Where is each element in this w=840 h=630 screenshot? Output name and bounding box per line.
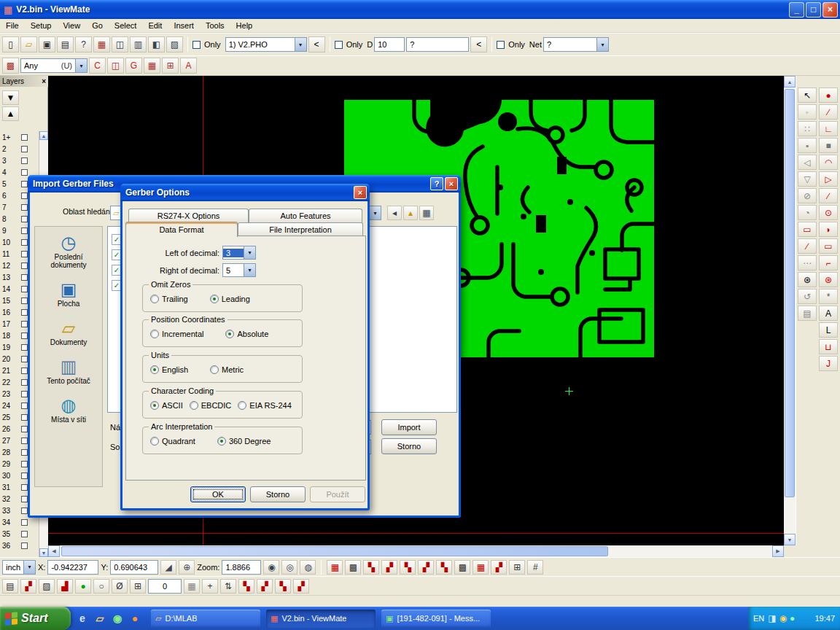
radio-option[interactable]: Metric [210,365,244,374]
layer-color-swatch[interactable] [21,368,28,374]
menu-item[interactable]: File [0,20,25,31]
layer-color-swatch[interactable] [21,496,28,502]
layer-color-swatch[interactable] [21,356,28,362]
thermal-pad-icon[interactable]: ⊛ [819,272,838,287]
net-select-combo[interactable]: ? [543,37,609,52]
table-icon[interactable]: ▤ [798,306,817,321]
layer-color-swatch[interactable] [21,519,28,526]
layer-up-button[interactable]: ▲ [2,106,19,121]
film-pattern-icon[interactable]: ▩ [345,560,361,575]
draw-corner-icon[interactable]: ⌐ [819,255,838,271]
radio-option[interactable]: 360 Degree [217,437,271,446]
selection-filter-combo[interactable]: Any (U) [20,58,88,73]
ok-button[interactable]: OK [190,486,246,502]
previous-file-button[interactable]: < [308,36,325,52]
pattern-icon[interactable]: ▞ [418,560,434,575]
previous-dcode-button[interactable]: < [470,36,487,52]
layer-color-swatch[interactable] [21,321,28,327]
restore-button[interactable]: □ [806,2,821,18]
draw-slant-icon[interactable]: ∕ [819,188,838,203]
overlay-icon[interactable]: ◫ [107,58,124,74]
pattern-icon[interactable]: ▟ [57,579,73,594]
measure-diagonal-icon[interactable]: ◢ [160,560,176,575]
layer-color-swatch[interactable] [21,146,28,152]
ie-icon[interactable]: e [75,611,90,626]
radio-option[interactable]: Quadrant [150,437,195,446]
dialog-close-button[interactable]: × [354,186,367,199]
menu-item[interactable]: Insert [168,20,200,31]
pattern-icon[interactable]: ▚ [275,579,291,594]
cancel-button[interactable]: Storno [381,438,437,454]
volume-tray-icon[interactable]: ◉ [779,613,787,623]
layer-color-swatch[interactable] [21,379,28,386]
pattern-icon[interactable]: ▞ [381,560,397,575]
star-tool-icon[interactable]: ⊛ [798,272,817,287]
layer-color-swatch[interactable] [21,181,28,187]
language-indicator[interactable]: EN [753,614,764,623]
dropdown-arrow-icon[interactable] [596,38,608,51]
layer-color-swatch[interactable] [21,228,28,234]
place-desktop[interactable]: ▣ Plocha [36,278,101,311]
place-recent-documents[interactable]: ◷ Poslední dokumenty [36,231,101,272]
only-file-checkbox[interactable] [192,41,201,49]
layer-color-swatch[interactable] [21,344,28,351]
group-icon[interactable]: G [125,58,142,74]
place-documents[interactable]: ▱ Dokumenty [36,316,101,349]
filled-rect-icon[interactable]: ■ [819,138,838,153]
radio-option[interactable]: Leading [210,295,250,303]
layer-compare-icon[interactable]: ◧ [148,36,165,52]
film-settings-icon[interactable]: ▥ [130,36,147,52]
menu-item[interactable]: Setup [25,20,58,31]
left-of-decimal-combo[interactable]: 3 [222,246,256,260]
layer-color-swatch[interactable] [21,216,28,222]
context-help-icon[interactable]: ? [75,36,92,52]
draw-line-icon[interactable]: ∕ [819,104,838,120]
matrix-icon[interactable]: ⊞ [162,58,179,74]
aperture-table-icon[interactable]: ◫ [112,36,128,52]
new-file-icon[interactable]: ▯ [2,36,19,52]
layer-row[interactable]: 35 [0,528,39,540]
layer-color-swatch[interactable] [21,531,28,537]
layer-l-icon[interactable]: L [819,322,838,338]
layer-color-swatch[interactable] [21,298,28,304]
layer-color-swatch[interactable] [21,274,28,281]
menu-item[interactable]: Help [230,20,259,31]
scroll-left-icon[interactable]: ◀ [48,545,60,557]
layer-color-swatch[interactable] [21,472,28,479]
menu-item[interactable]: Edit [142,20,168,31]
view-menu-icon[interactable]: ▦ [419,206,434,220]
tab-rs274x-options[interactable]: RS274-X Options [128,209,249,222]
scroll-down-icon[interactable]: ▼ [784,534,796,545]
scroll-right-icon[interactable]: ▶ [772,545,784,557]
line-45-icon[interactable]: ∕ [798,238,817,254]
print-icon[interactable]: ▤ [57,36,74,52]
layer-color-swatch[interactable] [21,286,28,292]
radio-option[interactable]: EIA RS-244 [238,401,291,410]
horizontal-scroll-thumb[interactable] [61,546,608,556]
layer-color-swatch[interactable] [21,204,28,211]
draw-pad-icon[interactable]: ● [819,88,838,103]
pattern-icon[interactable]: ▞ [257,579,273,594]
layer-row[interactable]: 36 [0,540,39,551]
up-folder-icon[interactable]: ▴ [403,206,418,220]
ruler-icon[interactable]: ⊔ [819,339,838,354]
layer-color-swatch[interactable] [21,239,28,246]
pattern-icon[interactable]: ▚ [238,579,254,594]
rectangle-tool-icon[interactable]: ▭ [798,222,817,237]
hook-j-icon[interactable]: J [819,356,838,371]
dither-icon[interactable]: ▦ [184,579,200,594]
close-button[interactable]: × [822,2,838,18]
pattern-icon[interactable]: ▚ [363,560,379,575]
grid-icon[interactable]: ⊞ [130,579,146,594]
layer-row[interactable]: 3 [0,155,39,166]
grid-plus-icon[interactable]: ⊞ [509,560,525,575]
file-select-combo[interactable]: 1) V2.PHO [225,37,307,52]
pattern-icon[interactable]: ▞ [20,579,36,594]
radio-option[interactable]: EBCDIC [190,401,232,410]
pattern-icon[interactable]: ▚ [436,560,452,575]
dcode-input[interactable]: 10 [374,37,405,52]
report-icon[interactable]: ▨ [166,36,183,52]
task-viewmate[interactable]: ▦ V2.bin - ViewMate [266,610,376,628]
ellipsis-icon[interactable]: ⋯ [798,255,817,271]
no-fill-icon[interactable]: ⊘ [798,188,817,203]
